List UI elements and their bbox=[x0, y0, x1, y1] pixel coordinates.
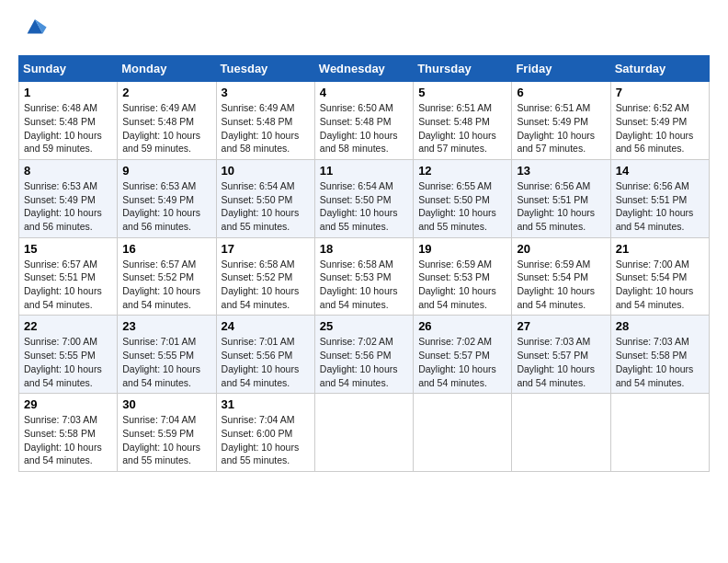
calendar-day-27: 27Sunrise: 7:03 AM Sunset: 5:57 PM Dayli… bbox=[512, 316, 610, 394]
day-info: Sunrise: 7:00 AM Sunset: 5:55 PM Dayligh… bbox=[24, 335, 112, 389]
calendar-day-16: 16Sunrise: 6:57 AM Sunset: 5:52 PM Dayli… bbox=[118, 237, 216, 316]
day-info: Sunrise: 6:52 AM Sunset: 5:49 PM Dayligh… bbox=[616, 101, 704, 155]
day-info: Sunrise: 6:49 AM Sunset: 5:48 PM Dayligh… bbox=[122, 101, 210, 155]
calendar-day-1: 1Sunrise: 6:48 AM Sunset: 5:48 PM Daylig… bbox=[19, 82, 118, 160]
calendar-day-17: 17Sunrise: 6:58 AM Sunset: 5:52 PM Dayli… bbox=[216, 237, 314, 316]
day-info: Sunrise: 7:01 AM Sunset: 5:56 PM Dayligh… bbox=[222, 335, 310, 389]
empty-cell bbox=[414, 394, 512, 472]
day-info: Sunrise: 7:03 AM Sunset: 5:57 PM Dayligh… bbox=[517, 335, 605, 389]
day-number: 16 bbox=[122, 242, 210, 256]
logo-icon bbox=[22, 13, 48, 39]
day-number: 30 bbox=[122, 397, 210, 411]
day-number: 23 bbox=[122, 319, 210, 333]
calendar-week-4: 22Sunrise: 7:00 AM Sunset: 5:55 PM Dayli… bbox=[19, 316, 710, 394]
calendar-day-18: 18Sunrise: 6:58 AM Sunset: 5:53 PM Dayli… bbox=[314, 237, 413, 316]
weekday-header-thursday: Thursday bbox=[414, 56, 512, 82]
day-info: Sunrise: 6:55 AM Sunset: 5:50 PM Dayligh… bbox=[418, 179, 506, 234]
day-number: 6 bbox=[517, 86, 605, 99]
calendar-day-23: 23Sunrise: 7:01 AM Sunset: 5:55 PM Dayli… bbox=[118, 316, 216, 394]
calendar-day-8: 8Sunrise: 6:53 AM Sunset: 5:49 PM Daylig… bbox=[19, 159, 118, 237]
day-number: 15 bbox=[24, 242, 112, 256]
day-number: 8 bbox=[24, 164, 112, 178]
day-number: 2 bbox=[122, 86, 210, 99]
calendar-day-7: 7Sunrise: 6:52 AM Sunset: 5:49 PM Daylig… bbox=[610, 82, 709, 160]
weekday-header-tuesday: Tuesday bbox=[216, 56, 314, 82]
calendar-day-9: 9Sunrise: 6:53 AM Sunset: 5:49 PM Daylig… bbox=[118, 159, 216, 237]
calendar-day-2: 2Sunrise: 6:49 AM Sunset: 5:48 PM Daylig… bbox=[118, 82, 216, 160]
day-number: 11 bbox=[320, 164, 408, 178]
day-number: 17 bbox=[222, 242, 310, 256]
calendar-day-26: 26Sunrise: 7:02 AM Sunset: 5:57 PM Dayli… bbox=[414, 316, 512, 394]
day-info: Sunrise: 7:01 AM Sunset: 5:55 PM Dayligh… bbox=[122, 335, 210, 389]
empty-cell bbox=[512, 394, 610, 472]
calendar-day-24: 24Sunrise: 7:01 AM Sunset: 5:56 PM Dayli… bbox=[216, 316, 314, 394]
calendar-day-21: 21Sunrise: 7:00 AM Sunset: 5:54 PM Dayli… bbox=[610, 237, 709, 316]
day-number: 1 bbox=[24, 86, 112, 99]
day-info: Sunrise: 6:53 AM Sunset: 5:49 PM Dayligh… bbox=[24, 179, 112, 234]
day-info: Sunrise: 6:58 AM Sunset: 5:52 PM Dayligh… bbox=[222, 258, 310, 312]
day-number: 13 bbox=[517, 164, 605, 178]
calendar-day-13: 13Sunrise: 6:56 AM Sunset: 5:51 PM Dayli… bbox=[512, 159, 610, 237]
weekday-header-sunday: Sunday bbox=[19, 56, 118, 82]
calendar-day-6: 6Sunrise: 6:51 AM Sunset: 5:49 PM Daylig… bbox=[512, 82, 610, 160]
day-info: Sunrise: 6:51 AM Sunset: 5:48 PM Dayligh… bbox=[418, 101, 506, 155]
day-number: 29 bbox=[24, 397, 112, 411]
calendar-day-15: 15Sunrise: 6:57 AM Sunset: 5:51 PM Dayli… bbox=[19, 237, 118, 316]
day-info: Sunrise: 6:53 AM Sunset: 5:49 PM Dayligh… bbox=[122, 179, 210, 234]
day-number: 25 bbox=[320, 319, 408, 333]
calendar-day-25: 25Sunrise: 7:02 AM Sunset: 5:56 PM Dayli… bbox=[314, 316, 413, 394]
day-info: Sunrise: 6:57 AM Sunset: 5:52 PM Dayligh… bbox=[122, 258, 210, 312]
calendar-header-row: SundayMondayTuesdayWednesdayThursdayFrid… bbox=[19, 56, 710, 82]
day-info: Sunrise: 6:51 AM Sunset: 5:49 PM Dayligh… bbox=[517, 101, 605, 155]
day-number: 3 bbox=[222, 86, 310, 99]
calendar-day-19: 19Sunrise: 6:59 AM Sunset: 5:53 PM Dayli… bbox=[414, 237, 512, 316]
empty-cell bbox=[610, 394, 709, 472]
calendar-body: 1Sunrise: 6:48 AM Sunset: 5:48 PM Daylig… bbox=[19, 82, 710, 472]
day-info: Sunrise: 7:04 AM Sunset: 6:00 PM Dayligh… bbox=[222, 413, 310, 467]
day-number: 4 bbox=[320, 86, 408, 99]
day-info: Sunrise: 6:59 AM Sunset: 5:54 PM Dayligh… bbox=[517, 258, 605, 312]
day-info: Sunrise: 7:02 AM Sunset: 5:56 PM Dayligh… bbox=[320, 335, 408, 389]
day-info: Sunrise: 6:56 AM Sunset: 5:51 PM Dayligh… bbox=[616, 179, 704, 234]
day-info: Sunrise: 6:56 AM Sunset: 5:51 PM Dayligh… bbox=[517, 179, 605, 234]
day-number: 22 bbox=[24, 319, 112, 333]
day-info: Sunrise: 6:59 AM Sunset: 5:53 PM Dayligh… bbox=[418, 258, 506, 312]
day-info: Sunrise: 6:58 AM Sunset: 5:53 PM Dayligh… bbox=[320, 258, 408, 312]
day-number: 5 bbox=[418, 86, 506, 99]
day-number: 9 bbox=[122, 164, 210, 178]
calendar-day-14: 14Sunrise: 6:56 AM Sunset: 5:51 PM Dayli… bbox=[610, 159, 709, 237]
day-number: 19 bbox=[418, 242, 506, 256]
day-info: Sunrise: 6:54 AM Sunset: 5:50 PM Dayligh… bbox=[320, 179, 408, 234]
day-info: Sunrise: 6:54 AM Sunset: 5:50 PM Dayligh… bbox=[222, 179, 310, 234]
weekday-header-monday: Monday bbox=[118, 56, 216, 82]
logo bbox=[18, 18, 48, 40]
calendar-day-31: 31Sunrise: 7:04 AM Sunset: 6:00 PM Dayli… bbox=[216, 394, 314, 472]
day-info: Sunrise: 7:03 AM Sunset: 5:58 PM Dayligh… bbox=[616, 335, 704, 389]
day-info: Sunrise: 6:49 AM Sunset: 5:48 PM Dayligh… bbox=[222, 101, 310, 155]
calendar-week-5: 29Sunrise: 7:03 AM Sunset: 5:58 PM Dayli… bbox=[19, 394, 710, 472]
day-number: 12 bbox=[418, 164, 506, 178]
day-number: 28 bbox=[616, 319, 704, 333]
day-number: 26 bbox=[418, 319, 506, 333]
day-info: Sunrise: 6:57 AM Sunset: 5:51 PM Dayligh… bbox=[24, 258, 112, 312]
calendar-day-3: 3Sunrise: 6:49 AM Sunset: 5:48 PM Daylig… bbox=[216, 82, 314, 160]
calendar-week-2: 8Sunrise: 6:53 AM Sunset: 5:49 PM Daylig… bbox=[19, 159, 710, 237]
calendar-day-12: 12Sunrise: 6:55 AM Sunset: 5:50 PM Dayli… bbox=[414, 159, 512, 237]
empty-cell bbox=[314, 394, 413, 472]
day-number: 24 bbox=[222, 319, 310, 333]
day-number: 20 bbox=[517, 242, 605, 256]
calendar-day-5: 5Sunrise: 6:51 AM Sunset: 5:48 PM Daylig… bbox=[414, 82, 512, 160]
day-info: Sunrise: 7:04 AM Sunset: 5:59 PM Dayligh… bbox=[122, 413, 210, 467]
day-info: Sunrise: 7:03 AM Sunset: 5:58 PM Dayligh… bbox=[24, 413, 112, 467]
calendar-table: SundayMondayTuesdayWednesdayThursdayFrid… bbox=[18, 55, 710, 472]
weekday-header-wednesday: Wednesday bbox=[314, 56, 413, 82]
calendar-day-30: 30Sunrise: 7:04 AM Sunset: 5:59 PM Dayli… bbox=[118, 394, 216, 472]
weekday-header-friday: Friday bbox=[512, 56, 610, 82]
calendar-day-4: 4Sunrise: 6:50 AM Sunset: 5:48 PM Daylig… bbox=[314, 82, 413, 160]
calendar-day-29: 29Sunrise: 7:03 AM Sunset: 5:58 PM Dayli… bbox=[19, 394, 118, 472]
calendar-day-28: 28Sunrise: 7:03 AM Sunset: 5:58 PM Dayli… bbox=[610, 316, 709, 394]
page-header bbox=[18, 18, 710, 40]
day-info: Sunrise: 7:00 AM Sunset: 5:54 PM Dayligh… bbox=[616, 258, 704, 312]
calendar-week-1: 1Sunrise: 6:48 AM Sunset: 5:48 PM Daylig… bbox=[19, 82, 710, 160]
day-info: Sunrise: 6:48 AM Sunset: 5:48 PM Dayligh… bbox=[24, 101, 112, 155]
